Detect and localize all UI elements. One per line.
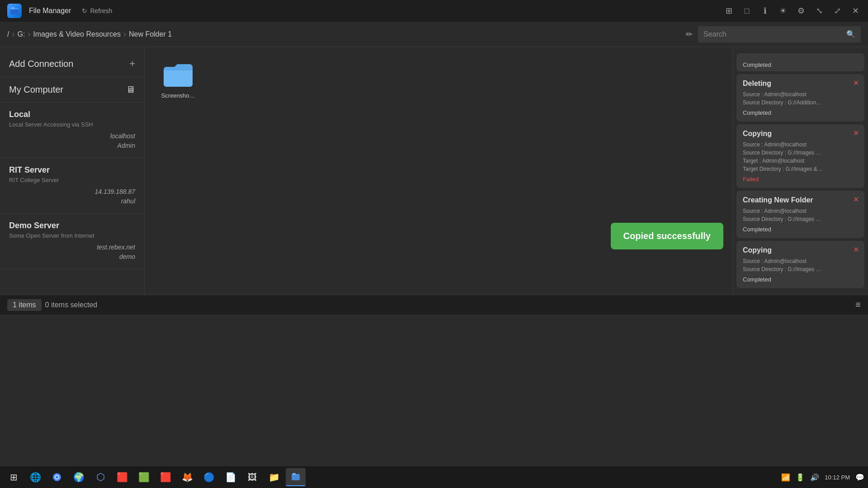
taskbar-doc[interactable]: 📄	[221, 468, 241, 486]
content-row: Add Connection + My Computer 🖥 Local Loc…	[0, 47, 868, 295]
taskbar-red[interactable]: 🟥	[156, 468, 175, 486]
search-icon[interactable]: 🔍	[846, 30, 855, 38]
taskbar-edge[interactable]: 🔵	[199, 468, 219, 486]
taskbar-tasks[interactable]: 🟥	[112, 468, 132, 486]
file-item[interactable]: Screensho…	[156, 58, 201, 103]
sidebar: Add Connection + My Computer 🖥 Local Loc…	[0, 47, 145, 295]
taskbar-vs[interactable]: ⬡	[90, 468, 110, 486]
op-close-deleting[interactable]: ✕	[851, 78, 861, 88]
wifi-icon: 📶	[781, 473, 790, 482]
op-close-create-folder[interactable]: ✕	[851, 194, 861, 204]
breadcrumb-bar: / › G: › Images & Video Resources › New …	[0, 22, 868, 47]
local-name: Local	[9, 110, 135, 119]
svg-rect-6	[292, 474, 300, 480]
clock: 10:12 PM	[825, 474, 850, 481]
partial-status: Completed	[743, 61, 858, 68]
rit-user: rahul	[9, 197, 135, 206]
op-status-create-folder: Completed	[743, 226, 858, 233]
file-label: Screensho…	[161, 92, 195, 99]
grid-icon[interactable]: ⊞	[723, 5, 734, 16]
minimize-icon[interactable]: ⤡	[814, 5, 825, 16]
volume-icon: 🔊	[810, 473, 819, 482]
search-bar[interactable]: 🔍	[698, 26, 861, 42]
taskbar-green[interactable]: 🟩	[134, 468, 154, 486]
breadcrumb-drive-label: G:	[17, 30, 25, 38]
op-card-deleting: ✕ Deleting Source : Admin@localhost Sour…	[736, 74, 864, 122]
notification-icon[interactable]: 💬	[855, 473, 864, 482]
right-wrapper: / › G: › Images & Video Resources › New …	[0, 22, 868, 295]
refresh-button[interactable]: ↻ Refresh	[78, 5, 116, 16]
demo-user: demo	[9, 252, 135, 262]
breadcrumb-sep-1: ›	[12, 29, 14, 39]
titlebar-left: File Manager ↻ Refresh	[7, 4, 116, 18]
status-bar: 1 items 0 items selected ≡	[0, 295, 868, 314]
add-connection-item[interactable]: Add Connection +	[0, 51, 144, 77]
success-toast: Copied successfully	[611, 223, 723, 249]
taskbar-fox[interactable]: 🦊	[177, 468, 197, 486]
sidebar-demo-server[interactable]: Demo Server Some Open Server from Intern…	[0, 214, 144, 269]
breadcrumb-drive[interactable]: G:	[17, 30, 25, 38]
svg-rect-2	[11, 7, 14, 9]
window-icon[interactable]: □	[741, 5, 752, 16]
taskbar-start[interactable]: ⊞	[4, 468, 24, 486]
settings-icon[interactable]: ⚙	[796, 5, 807, 16]
info-icon[interactable]: ℹ	[760, 5, 770, 16]
op-detail-copying-failed: Source : Admin@localhost Source Director…	[743, 141, 858, 173]
rit-name: RIT Server	[9, 165, 135, 175]
svg-rect-1	[10, 9, 19, 14]
status-menu-icon[interactable]: ≡	[855, 300, 861, 310]
rit-meta: 14.139.188.87 rahul	[9, 187, 135, 206]
op-status-copying-failed: Failed	[743, 176, 858, 183]
taskbar-chrome[interactable]	[47, 468, 67, 486]
maximize-icon[interactable]: ⤢	[832, 5, 843, 16]
breadcrumb-root-label: /	[7, 30, 9, 38]
local-desc: Local Server Accessing via SSH	[9, 121, 135, 128]
ops-panel: Completed ✕ Deleting Source : Admin@loca…	[732, 47, 868, 295]
op-detail-create-folder: Source : Admin@localhost Source Director…	[743, 207, 858, 223]
breadcrumb-images[interactable]: Images & Video Resources	[33, 30, 121, 38]
breadcrumb-folder[interactable]: New Folder 1	[129, 30, 172, 38]
breadcrumb-images-label: Images & Video Resources	[33, 30, 121, 38]
op-title-create-folder: Creating New Folder	[743, 196, 858, 204]
app-title: File Manager	[29, 7, 71, 15]
op-close-copying-ok[interactable]: ✕	[851, 244, 861, 254]
taskbar-photo[interactable]: 🖼	[242, 468, 262, 486]
add-connection-label: Add Connection	[9, 59, 73, 69]
brightness-icon[interactable]: ☀	[778, 5, 788, 16]
breadcrumb-sep-2: ›	[28, 29, 30, 39]
op-title-copying-ok: Copying	[743, 246, 858, 254]
folder-icon	[162, 61, 194, 89]
breadcrumb-folder-label: New Folder 1	[129, 30, 172, 38]
toast-message: Copied successfully	[623, 231, 711, 241]
sidebar-local-server[interactable]: Local Local Server Accessing via SSH loc…	[0, 103, 144, 158]
search-input[interactable]	[703, 30, 843, 38]
system-tray: 📶 🔋 🔊 10:12 PM 💬	[781, 473, 864, 482]
my-computer-icon: 🖥	[126, 84, 135, 95]
status-items-text: 1 items	[13, 301, 36, 309]
svg-point-5	[56, 476, 59, 479]
sidebar-rit-server[interactable]: RIT Server RIT College Server 14.139.188…	[0, 158, 144, 214]
demo-desc: Some Open Server from Internet	[9, 232, 135, 239]
local-meta: localhost Admin	[9, 131, 135, 150]
op-status-deleting: Completed	[743, 109, 858, 116]
status-selected-text: 0 items selected	[45, 301, 98, 309]
rit-desc: RIT College Server	[9, 177, 135, 183]
local-user: Admin	[9, 141, 135, 150]
taskbar-earth[interactable]: 🌍	[69, 468, 89, 486]
op-title-deleting: Deleting	[743, 80, 858, 88]
demo-meta: test.rebex.net demo	[9, 243, 135, 262]
local-host: localhost	[9, 131, 135, 141]
edit-path-icon[interactable]: ✏	[686, 29, 693, 39]
breadcrumb-root[interactable]: /	[7, 30, 9, 38]
close-icon[interactable]: ✕	[850, 5, 861, 16]
titlebar-right: ⊞ □ ℹ ☀ ⚙ ⤡ ⤢ ✕	[723, 5, 861, 16]
battery-icon: 🔋	[796, 473, 805, 482]
my-computer-item[interactable]: My Computer 🖥	[0, 77, 144, 103]
taskbar-fm-active[interactable]	[286, 468, 306, 486]
op-close-copying-failed[interactable]: ✕	[851, 128, 861, 138]
taskbar-folder[interactable]: 📁	[264, 468, 284, 486]
taskbar-ie[interactable]: 🌐	[25, 468, 45, 486]
demo-name: Demo Server	[9, 221, 135, 230]
app-icon	[7, 4, 22, 18]
refresh-icon: ↻	[82, 7, 87, 14]
